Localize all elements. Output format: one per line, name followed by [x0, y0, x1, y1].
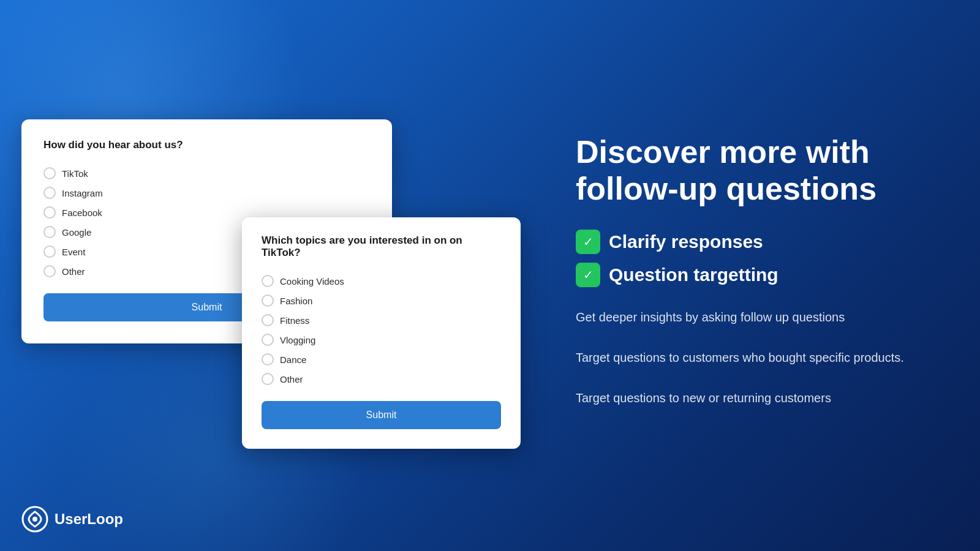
radio-cooking[interactable]	[262, 275, 274, 287]
followup-option-fashion-label: Fashion	[280, 296, 312, 306]
radio-fashion[interactable]	[262, 294, 274, 307]
main-survey-question: How did you hear about us?	[43, 139, 370, 151]
logo-area: UserLoop	[21, 506, 123, 533]
followup-option-cooking[interactable]: Cooking Videos	[262, 271, 501, 291]
radio-tiktok[interactable]	[43, 167, 56, 179]
radio-facebook[interactable]	[43, 206, 56, 219]
option-other-label: Other	[62, 266, 85, 277]
followup-option-fitness[interactable]: Fitness	[262, 310, 501, 330]
radio-followup-other[interactable]	[262, 373, 274, 385]
check-label-targeting: Question targetting	[609, 264, 778, 285]
check-item-targeting: ✓ Question targetting	[576, 263, 931, 287]
option-instagram-label: Instagram	[62, 188, 103, 198]
followup-survey-card: Which topics are you interested in on on…	[242, 217, 521, 449]
followup-option-cooking-label: Cooking Videos	[280, 276, 344, 287]
logo-text: UserLoop	[55, 511, 123, 528]
followup-option-vlogging[interactable]: Vlogging	[262, 330, 501, 350]
option-tiktok-label: TikTok	[62, 168, 88, 179]
option-facebook-label: Facebook	[62, 208, 102, 218]
radio-dance[interactable]	[262, 353, 274, 365]
right-panel: Discover more with follow-up questions ✓…	[527, 0, 980, 551]
description-2: Target questions to customers who bought…	[576, 348, 931, 367]
followup-option-dance[interactable]: Dance	[262, 350, 501, 369]
check-label-clarify: Clarify responses	[609, 231, 763, 252]
radio-vlogging[interactable]	[262, 334, 274, 346]
radio-google[interactable]	[43, 226, 56, 238]
option-instagram[interactable]: Instagram	[43, 183, 370, 203]
radio-instagram[interactable]	[43, 187, 56, 199]
check-icon-clarify: ✓	[576, 230, 600, 254]
description-1: Get deeper insights by asking follow up …	[576, 308, 931, 326]
followup-option-fashion[interactable]: Fashion	[262, 291, 501, 310]
option-google-label: Google	[62, 227, 91, 238]
followup-option-other-label: Other	[280, 374, 303, 384]
radio-other[interactable]	[43, 265, 56, 277]
radio-fitness[interactable]	[262, 314, 274, 326]
option-tiktok[interactable]: TikTok	[43, 163, 370, 183]
option-event-label: Event	[62, 247, 85, 257]
followup-option-fitness-label: Fitness	[280, 315, 309, 326]
followup-submit-button[interactable]: Submit	[262, 401, 501, 429]
radio-event[interactable]	[43, 246, 56, 258]
followup-option-vlogging-label: Vlogging	[280, 335, 315, 345]
followup-option-other[interactable]: Other	[262, 369, 501, 389]
followup-option-dance-label: Dance	[280, 354, 306, 365]
check-icon-targeting: ✓	[576, 263, 600, 287]
description-3: Target questions to new or returning cus…	[576, 389, 931, 407]
check-item-clarify: ✓ Clarify responses	[576, 230, 931, 254]
svg-point-1	[32, 517, 37, 522]
followup-survey-question: Which topics are you interested in on on…	[262, 234, 501, 259]
userloop-logo-icon	[21, 506, 48, 533]
main-heading: Discover more with follow-up questions	[576, 134, 931, 208]
